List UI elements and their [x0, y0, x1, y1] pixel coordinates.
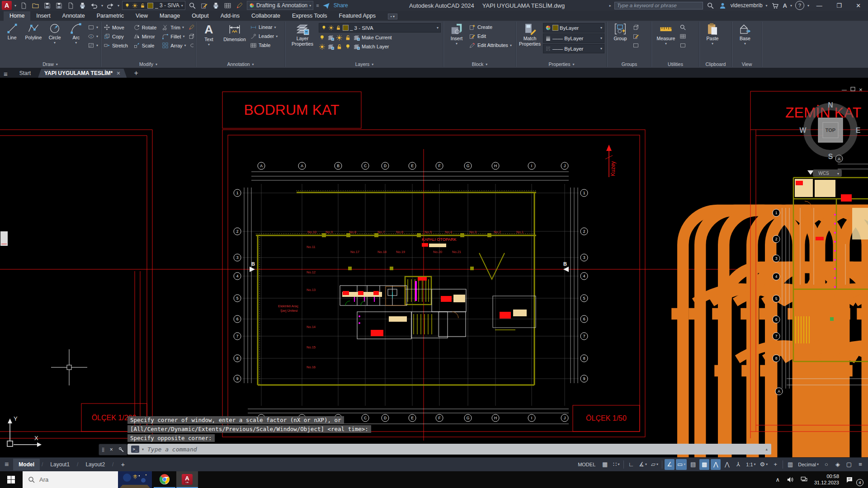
batch-plot-icon[interactable]: [66, 1, 75, 10]
lineweight-display-toggle[interactable]: ▭▾: [676, 459, 687, 470]
mirror-button[interactable]: Mirror: [133, 32, 156, 41]
tab-collaborate[interactable]: Collaborate: [245, 11, 286, 21]
volume-icon[interactable]: [786, 476, 794, 483]
app-menu-arrow[interactable]: ▾: [14, 4, 16, 8]
close-tab-icon[interactable]: ✕: [116, 70, 120, 76]
layer-properties-button[interactable]: Layer Properties: [288, 22, 317, 47]
rectangle-button[interactable]: ▾: [88, 23, 98, 31]
signed-in-user[interactable]: vldeszembrib: [731, 2, 763, 9]
wcs-dropdown[interactable]: WCS ▾: [807, 169, 842, 177]
minimize-button[interactable]: —: [816, 2, 822, 9]
edit-attributes-button[interactable]: Edit Attributes▾: [469, 41, 512, 49]
stretch-button[interactable]: Stretch: [104, 41, 128, 50]
panel-block-title[interactable]: Block▾: [444, 61, 515, 68]
new-layout-button[interactable]: +: [115, 458, 130, 471]
share-button[interactable]: Share: [334, 2, 348, 9]
zoom-tool-icon[interactable]: [188, 1, 197, 10]
help-icon[interactable]: ?: [795, 1, 804, 10]
insert-block-button[interactable]: Insert▾: [446, 22, 467, 46]
isometric-drafting-toggle[interactable]: ▱▾: [650, 459, 660, 470]
erase-button[interactable]: [188, 23, 195, 31]
match-layer-button[interactable]: Match Layer: [319, 42, 441, 51]
command-history-toggle[interactable]: ▴: [765, 447, 768, 451]
rotate-button[interactable]: Rotate: [133, 23, 156, 32]
command-input[interactable]: [146, 446, 763, 453]
dimension-button[interactable]: Dimension: [221, 22, 248, 42]
file-tabs-menu-icon[interactable]: ≡: [4, 70, 8, 78]
workspace-switching-toggle[interactable]: ⚙▾: [759, 459, 769, 470]
plot-icon[interactable]: [78, 1, 87, 10]
quick-properties-toggle[interactable]: ○: [821, 459, 831, 470]
group-button[interactable]: Group: [610, 22, 631, 42]
panel-properties-title[interactable]: Properties▾: [516, 61, 607, 68]
create-block-button[interactable]: Create: [469, 23, 512, 31]
transparency-toggle[interactable]: ▤: [688, 459, 698, 470]
line-button[interactable]: Line: [2, 22, 22, 41]
app-store-cart-icon[interactable]: [771, 1, 780, 10]
network-icon[interactable]: [800, 476, 808, 483]
autodesk-a-icon[interactable]: A: [783, 2, 787, 9]
car-block[interactable]: [671, 210, 809, 457]
tab-model[interactable]: Model: [13, 459, 40, 470]
tab-express-tools[interactable]: Express Tools: [286, 11, 333, 21]
share-icon[interactable]: [322, 1, 331, 10]
object-snap-toggle[interactable]: ⋀: [711, 459, 721, 470]
open-file-icon[interactable]: [31, 1, 40, 10]
new-tab-button[interactable]: +: [127, 69, 144, 78]
drag-grip-icon[interactable]: ⣿: [102, 447, 104, 452]
tab-layout2[interactable]: Layout2: [80, 459, 110, 470]
layer-dropdown[interactable]: _ 3 - SIVA ▾: [319, 23, 441, 33]
new-file-icon[interactable]: [19, 1, 28, 10]
undo-icon[interactable]: [90, 1, 99, 10]
taskbar-chrome-icon[interactable]: [154, 471, 175, 488]
tab-layout1[interactable]: Layout1: [45, 459, 75, 470]
arc-button[interactable]: Arc▾: [66, 22, 86, 45]
markup-icon[interactable]: [200, 1, 209, 10]
redo-icon[interactable]: [106, 1, 115, 10]
object-color-dropdown[interactable]: ByLayer▾: [543, 23, 604, 33]
model-space-button[interactable]: MODEL: [576, 459, 597, 470]
units-ruler-toggle[interactable]: ▥: [785, 459, 795, 470]
clean-screen-toggle[interactable]: ▢: [844, 459, 854, 470]
model-space[interactable]: ÖLÇEK 1/200 BODRUM KAT ÖLÇEK 1/50 AAAABB…: [0, 78, 868, 457]
print-icon[interactable]: [212, 1, 221, 10]
tab-manage[interactable]: Manage: [154, 11, 186, 21]
restore-button[interactable]: ❐: [836, 2, 842, 9]
workspace-switcher[interactable]: Drafting & Annotation ▾: [247, 1, 313, 10]
customize-wrench-icon[interactable]: [118, 447, 124, 453]
hidden-icons-chevron[interactable]: ∧: [775, 476, 780, 483]
taskbar-search[interactable]: Ara: [23, 471, 152, 488]
tab-insert[interactable]: Insert: [30, 11, 56, 21]
app-menu-button[interactable]: A: [2, 1, 12, 10]
ungroup-button[interactable]: [632, 23, 639, 31]
command-line-toolbar[interactable]: ⣿ ×: [99, 444, 127, 455]
snap-mode-toggle[interactable]: ∷▾: [611, 459, 621, 470]
object-snap-tracking-toggle[interactable]: ⅄: [733, 459, 743, 470]
building-walls[interactable]: [256, 192, 536, 385]
lineweight-dropdown[interactable]: —— ByLayer▾: [543, 33, 604, 43]
annotation-scale-toggle[interactable]: 1:1▾: [745, 459, 757, 470]
command-prompt-icon[interactable]: >_: [131, 446, 139, 453]
isolate-objects-toggle[interactable]: +: [770, 459, 780, 470]
command-bar[interactable]: >_ ▾ ▴: [127, 444, 771, 455]
tab-parametric[interactable]: Parametric: [91, 11, 130, 21]
hatch-button[interactable]: ▾: [88, 41, 98, 49]
search-icon[interactable]: [706, 1, 715, 10]
graphics-performance-toggle[interactable]: ◈: [833, 459, 843, 470]
units-toggle[interactable]: Decimal▾: [797, 459, 820, 470]
file-tab-document[interactable]: YAPI UYGULAMA TESLİM*✕: [38, 69, 127, 78]
edit-block-button[interactable]: Edit: [469, 32, 512, 40]
customization-menu-toggle[interactable]: ≡: [855, 459, 865, 470]
explode-button[interactable]: [188, 32, 195, 40]
save-as-icon[interactable]: [54, 1, 63, 10]
grid-display-toggle[interactable]: ▦: [600, 459, 610, 470]
circle-button[interactable]: Circle▾: [45, 22, 65, 45]
paste-button[interactable]: Paste▾: [702, 22, 723, 46]
layout-menu-icon[interactable]: ≡: [5, 460, 9, 469]
trim-button[interactable]: Trim▾: [162, 23, 186, 32]
ribbon-minimize-button[interactable]: ▪ ▾: [388, 14, 397, 19]
measure-button[interactable]: Measure▾: [654, 22, 678, 46]
tab-home[interactable]: Home: [4, 11, 30, 21]
quick-select-button[interactable]: [679, 23, 686, 31]
quick-calculator-button[interactable]: [679, 32, 686, 40]
